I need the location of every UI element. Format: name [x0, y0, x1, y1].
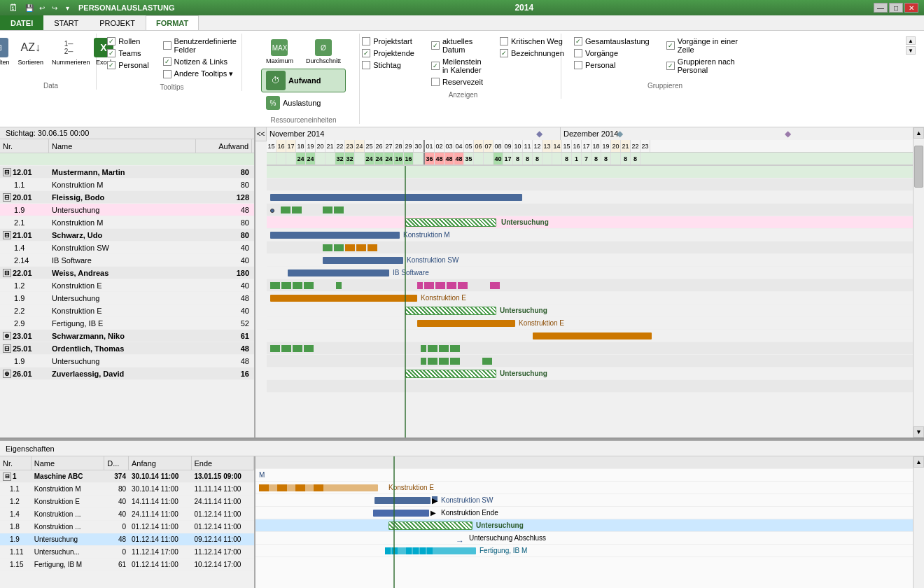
reserve-check[interactable]: Reservezeit — [430, 77, 484, 87]
dropdown-btn[interactable]: ▾ — [62, 2, 73, 13]
row-bot-1-8[interactable]: 1.8 Konstruktion ... 0 01.12.14 11:00 01… — [0, 521, 254, 533]
tab-datei[interactable]: DATEI — [0, 15, 43, 30]
ribbon-scroll-up[interactable]: ▲ — [906, 36, 916, 45]
row-26-01[interactable]: ⊕26.01 Zuverlaessig, David 16 — [0, 368, 254, 380]
meilenstein-check[interactable]: Meilenstein in Kalender — [430, 57, 484, 75]
row-bot-1-11[interactable]: 1.1​1 Untersuchun... 0 11.12.14 17:00 11… — [0, 546, 254, 559]
vscroll-top[interactable]: ▲ ▼ — [913, 127, 924, 438]
bezeichnungen-checkbox[interactable] — [500, 49, 508, 57]
row-20-01[interactable]: ⊟20.01 Fleissig, Bodo 128 — [0, 191, 254, 204]
vorgzeile-checkbox[interactable] — [666, 41, 675, 50]
minimize-btn[interactable]: — — [874, 3, 888, 13]
maximum-button[interactable]: MAX Maximum — [261, 36, 298, 67]
row-bot-1-2[interactable]: 1.2 Konstruktion E 40 14.11.14 11:00 24.… — [0, 496, 254, 508]
row-1-9-unters3[interactable]: 1.9 Untersuchung 48 — [0, 355, 254, 368]
row-bot-1-1[interactable]: 1.1 Konstruktion M 80 30.10.14 11:00 11.… — [0, 483, 254, 496]
expand-23-01[interactable]: ⊕ — [3, 332, 11, 340]
projektende-checkbox[interactable] — [362, 49, 370, 57]
meilenstein-checkbox[interactable] — [431, 62, 440, 70]
expand-maschine[interactable]: ⊟ — [3, 472, 11, 481]
arrow-1-8: ▶ — [430, 509, 436, 517]
aufwand-button[interactable]: ⏱ Aufwand — [261, 69, 346, 92]
nummerieren-button[interactable]: 1─2─ Nummerieren — [49, 36, 88, 67]
aktuell-check[interactable]: aktuelles Datum — [430, 36, 484, 55]
expand-26-01[interactable]: ⊕ — [3, 370, 11, 378]
row-bot-maschine[interactable]: ⊟1 Maschine ABC 374 30.10.14 11:00 13.01… — [0, 470, 254, 483]
row-bot-1-15[interactable]: 1.1​5 Fertigung, IB M 61 01.12.14 11:00 … — [0, 559, 254, 571]
expand-25-01[interactable]: ⊟ — [3, 344, 11, 353]
personal2-checkbox[interactable] — [574, 61, 582, 69]
properties-label: Eigenschaften — [6, 444, 55, 453]
reserve-checkbox[interactable] — [431, 78, 440, 86]
ribbon-scroll-down[interactable]: ▼ — [906, 46, 916, 55]
bezeichnungen-check[interactable]: Bezeichnungen — [498, 48, 566, 58]
sortieren-button[interactable]: AZ↓ Sortieren — [15, 36, 47, 67]
expand-12-01[interactable]: ⊟ — [3, 168, 11, 176]
row-2-2-kons-e[interactable]: 2.2 Konstruktion E 40 — [0, 304, 254, 317]
row-1-9-unters[interactable]: 1.9 Untersuchung 48 — [0, 204, 254, 216]
expand-22-01[interactable]: ⊟ — [3, 269, 11, 277]
row-23-01[interactable]: ⊕23.01 Schwarzmann, Niko 61 — [0, 330, 254, 342]
vscroll-thumb[interactable] — [914, 146, 923, 188]
close-btn[interactable]: ✕ — [904, 3, 918, 13]
row-1-4-kons-sw[interactable]: 1.4 Konstruktion SW 40 — [0, 241, 254, 254]
grupppersonal-check[interactable]: Gruppieren nach Personal — [665, 57, 757, 75]
row-2-14-ib[interactable]: 2.14 IB Software 40 — [0, 254, 254, 267]
notizen-check[interactable]: Notizen & Links — [162, 57, 238, 66]
stichtag-checkbox[interactable] — [362, 61, 370, 69]
personal-checkbox[interactable] — [107, 61, 115, 69]
tab-format[interactable]: FORMAT — [146, 15, 199, 30]
row-12-01[interactable]: ⊟12.01 Mustermann, Martin 80 — [0, 166, 254, 178]
expand-20-01[interactable]: ⊟ — [3, 193, 11, 202]
benutzer-check[interactable]: Benutzerdefinierte Felder — [162, 36, 238, 55]
durchschnitt-button[interactable]: Ø Durchschnitt — [301, 36, 346, 67]
personal-check[interactable]: Personal — [106, 60, 150, 70]
spalten-button[interactable]: ⊞ Spalten — [0, 36, 13, 67]
row-1-2-kons-e[interactable]: 1.2 Konstruktion E 40 — [0, 279, 254, 292]
tab-projekt[interactable]: PROJEKT — [89, 15, 146, 30]
gesamt-check[interactable]: Gesamtauslastung — [573, 36, 651, 46]
rollen-check[interactable]: Rollen — [106, 36, 150, 46]
expand-21-01[interactable]: ⊟ — [3, 231, 11, 239]
andere-check[interactable]: Andere Tooltips ▾ — [162, 69, 238, 79]
row-2-1-kons-m[interactable]: 2.1 Konstruktion M 80 — [0, 216, 254, 229]
benutzer-checkbox[interactable] — [163, 41, 172, 50]
projektstart-checkbox[interactable] — [362, 37, 370, 46]
vorgaenge-checkbox[interactable] — [574, 49, 582, 57]
teams-check[interactable]: Teams — [106, 48, 150, 58]
save-btn[interactable]: 💾 — [24, 2, 35, 13]
grupppersonal-checkbox[interactable] — [666, 62, 675, 70]
stichtag-nav-btn[interactable]: << — [257, 130, 265, 138]
andere-checkbox[interactable] — [163, 70, 172, 78]
auslastung-button[interactable]: % Auslastung — [261, 94, 326, 112]
redo-btn[interactable]: ↪ — [49, 2, 60, 13]
kritisch-checkbox[interactable] — [500, 37, 508, 46]
projektende-check[interactable]: Projektende — [360, 48, 416, 58]
rollen-checkbox[interactable] — [107, 37, 115, 46]
gesamt-checkbox[interactable] — [574, 37, 582, 46]
personal2-check[interactable]: Personal — [573, 60, 651, 70]
aktuell-checkbox[interactable] — [431, 41, 440, 50]
row-22-01[interactable]: ⊟22.01 Weiss, Andreas 180 — [0, 267, 254, 279]
vorgaenge-check[interactable]: Vorgänge — [573, 48, 651, 58]
maximize-btn[interactable]: □ — [889, 3, 903, 13]
vscroll-bottom[interactable]: ▲ ▼ — [913, 456, 924, 588]
vscroll-bot-up[interactable]: ▲ — [913, 456, 924, 468]
projektstart-check[interactable]: Projektstart — [360, 36, 416, 46]
kritisch-check[interactable]: Kritischen Weg — [498, 36, 566, 46]
vorgzeile-check[interactable]: Vorgänge in einer Zeile — [665, 36, 757, 55]
vscroll-down-btn[interactable]: ▼ — [913, 426, 924, 438]
row-1-9-unters2[interactable]: 1.9 Untersuchung 48 — [0, 292, 254, 304]
vscroll-up-btn[interactable]: ▲ — [913, 127, 924, 139]
teams-checkbox[interactable] — [107, 49, 115, 57]
undo-btn[interactable]: ↩ — [36, 2, 48, 13]
row-2-9-fert[interactable]: 2.9 Fertigung, IB E 52 — [0, 317, 254, 330]
stichtag-check[interactable]: Stichtag — [360, 60, 416, 70]
notizen-checkbox[interactable] — [163, 57, 172, 66]
tab-start[interactable]: START — [43, 15, 89, 30]
row-21-01[interactable]: ⊟21.01 Schwarz, Udo 80 — [0, 229, 254, 241]
row-bot-1-9[interactable]: 1.9 Untersuchung 48 01.12.14 11:00 09.12… — [0, 533, 254, 546]
row-25-01[interactable]: ⊟25.01 Ordentlich, Thomas 48 — [0, 342, 254, 355]
row-bot-1-4[interactable]: 1.4 Konstruktion ... 40 24.11.14 11:00 0… — [0, 508, 254, 521]
row-1-1-kons-m[interactable]: 1.1 Konstruktion M 80 — [0, 178, 254, 191]
